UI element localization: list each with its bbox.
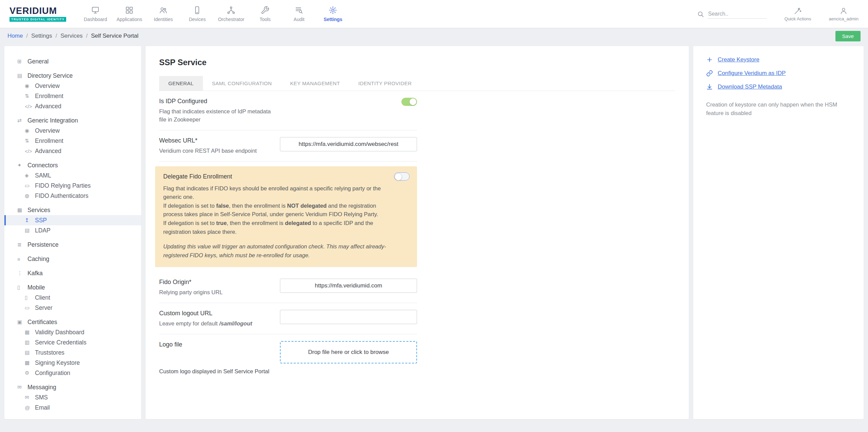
tab[interactable]: KEY MANAGEMENT xyxy=(281,76,349,91)
save-button[interactable]: Save xyxy=(835,31,861,41)
nav-item-audit[interactable]: Audit xyxy=(282,0,316,28)
search-input[interactable] xyxy=(707,10,767,19)
sidebar-item[interactable]: ▥ Service Credentials xyxy=(4,337,141,348)
sidebar-item[interactable]: ▦ Validity Dashboard xyxy=(4,327,141,337)
tab[interactable]: GENERAL xyxy=(159,76,203,91)
sidebar-item-icon: ▥ xyxy=(25,339,35,345)
username-label: aencica_admin xyxy=(829,16,858,21)
nav-item-dashboard[interactable]: Dashboard xyxy=(78,0,112,28)
fido-origin-input[interactable] xyxy=(280,279,417,293)
configure-veridium-idp-label: Configure Veridium as IDP xyxy=(718,70,786,77)
sidebar-item[interactable]: ◉ Overview xyxy=(4,126,141,136)
sidebar-item-icon: ▦ xyxy=(25,329,35,335)
sidebar-item[interactable]: ▤ Truststores xyxy=(4,348,141,358)
sidebar-item[interactable]: ▩ Signing Keystore xyxy=(4,358,141,368)
nav-item-settings[interactable]: Settings xyxy=(316,0,350,28)
sidebar-item-icon: ⇄ xyxy=(17,117,27,124)
user-menu[interactable]: aencica_admin xyxy=(829,7,858,21)
link-icon xyxy=(706,70,713,77)
breadcrumb-home[interactable]: Home xyxy=(7,33,23,39)
sidebar-item[interactable]: ✉ Messaging xyxy=(4,382,141,392)
websec-url-input[interactable] xyxy=(280,137,417,151)
sidebar-item[interactable]: ▤ Directory Service xyxy=(4,71,141,81)
sidebar-item[interactable]: ▯ Client xyxy=(4,293,141,303)
quick-actions-button[interactable]: Quick Actions xyxy=(785,7,811,21)
sidebar-item[interactable]: ▤ LDAP xyxy=(4,225,141,236)
sidebar-item-label: SAML xyxy=(35,172,51,179)
tools-icon xyxy=(261,6,269,15)
sidebar-item[interactable]: ◈ SAML xyxy=(4,170,141,181)
sidebar-item[interactable]: ⇅ Enrollment xyxy=(4,136,141,146)
sidebar-item[interactable]: ▭ FIDO Relying Parties xyxy=(4,181,141,191)
nav-label: Audit xyxy=(294,17,304,22)
veridium-logo[interactable]: VERIDIUM TRUSTED DIGITAL IDENTITY xyxy=(10,6,66,22)
is-idp-configured-label: Is IDP Configured xyxy=(159,98,273,105)
sidebar-item[interactable]: ▭ Server xyxy=(4,303,141,313)
tab-label: SAML CONFIGURATION xyxy=(212,80,272,86)
breadcrumb-services[interactable]: Services xyxy=(60,33,82,39)
sidebar-item[interactable]: ✉ SMS xyxy=(4,392,141,402)
sidebar-item[interactable]: ⇄ Generic Integration xyxy=(4,115,141,126)
tab[interactable]: IDENTITY PROVIDER xyxy=(349,76,421,91)
is-idp-configured-toggle[interactable] xyxy=(401,98,417,106)
field-row-custom-logout-url: Custom logout URL Leave empty for defaul… xyxy=(159,303,417,334)
navbar-right: Quick Actions aencica_admin xyxy=(697,7,858,21)
sidebar-item[interactable]: ▦ Services xyxy=(4,205,141,215)
delegate-fido-toggle[interactable] xyxy=(394,172,410,181)
nav-item-identities[interactable]: Identities xyxy=(146,0,180,28)
sidebar-item-label: Enrollment xyxy=(35,93,63,100)
keystore-actions-panel: Create Keystore Configure Veridium as ID… xyxy=(693,46,864,419)
brand-tagline: TRUSTED DIGITAL IDENTITY xyxy=(10,17,66,22)
fido-origin-description: Relying party origins URL xyxy=(159,288,273,297)
sidebar-item[interactable]: ◍ FIDO Authenticators xyxy=(4,191,141,201)
configure-veridium-idp-link[interactable]: Configure Veridium as IDP xyxy=(706,70,851,77)
sidebar-item-icon: ▯ xyxy=(17,284,27,290)
sidebar-item[interactable]: ◉ Overview xyxy=(4,81,141,91)
sidebar-item-icon: ⇅ xyxy=(25,93,35,99)
sidebar-item[interactable]: </> Advanced xyxy=(4,101,141,111)
sidebar-item-label: SSP xyxy=(35,217,47,224)
nav-item-devices[interactable]: Devices xyxy=(180,0,214,28)
sidebar-item[interactable]: ▯ Mobile xyxy=(4,282,141,293)
sidebar-item-label: General xyxy=(27,58,49,65)
sidebar-item-icon: ⊞ xyxy=(17,58,27,64)
sidebar-item[interactable]: ▣ Certificates xyxy=(4,317,141,327)
search-icon xyxy=(697,11,704,18)
sidebar-item-label: Validity Dashboard xyxy=(35,329,84,336)
sidebar-item[interactable]: ≣ Persistence xyxy=(4,240,141,250)
sidebar-item[interactable]: ≡ Caching xyxy=(4,254,141,264)
sidebar-item[interactable]: ✦ Connectors xyxy=(4,160,141,170)
ssp-service-panel: SSP Service GENERAL SAML CONFIGURATION K… xyxy=(146,46,689,419)
nav-item-applications[interactable]: Applications xyxy=(112,0,146,28)
nav-item-orchestrator[interactable]: Orchestrator xyxy=(214,0,248,28)
sidebar-item[interactable]: ⇅ Enrollment xyxy=(4,91,141,101)
sidebar-item[interactable]: ⋮ Kafka xyxy=(4,268,141,278)
sidebar-item[interactable]: ⊞ General xyxy=(4,56,141,67)
devices-icon xyxy=(193,6,202,15)
websec-url-description: Veridium core REST API base endpoint xyxy=(159,147,273,155)
sidebar-item[interactable]: @ Email xyxy=(4,402,141,413)
logo-file-dropzone[interactable]: Drop file here or click to browse xyxy=(280,341,417,363)
sidebar-item-icon: ▣ xyxy=(17,319,27,325)
sidebar-item-icon: ✉ xyxy=(25,394,35,400)
sidebar-item[interactable]: </> Advanced xyxy=(4,146,141,156)
field-row-fido-origin: Fido Origin* Relying party origins URL xyxy=(159,272,417,303)
sidebar-item[interactable]: ↥ SSP xyxy=(4,215,141,225)
sidebar-item-label: Advanced xyxy=(35,103,61,110)
tab[interactable]: SAML CONFIGURATION xyxy=(203,76,281,91)
sidebar-item-label: Kafka xyxy=(27,270,43,277)
sidebar-item-icon: ✦ xyxy=(17,162,27,168)
download-ssp-metadata-link[interactable]: Download SSP Metadata xyxy=(706,83,851,90)
custom-logout-url-input[interactable] xyxy=(280,310,417,324)
sidebar-item-icon: ◉ xyxy=(25,83,35,89)
nav-label: Orchestrator xyxy=(218,17,244,22)
create-keystore-link[interactable]: Create Keystore xyxy=(706,56,851,63)
sidebar-item[interactable]: ⚙ Configuration xyxy=(4,368,141,378)
sidebar-item-label: Email xyxy=(35,404,50,411)
breadcrumb-settings[interactable]: Settings xyxy=(31,33,52,39)
sidebar-item-icon: </> xyxy=(25,104,35,109)
nav-item-tools[interactable]: Tools xyxy=(248,0,282,28)
sidebar-item-label: LDAP xyxy=(35,227,51,234)
identities-icon xyxy=(159,6,168,15)
quick-actions-label: Quick Actions xyxy=(785,16,811,21)
